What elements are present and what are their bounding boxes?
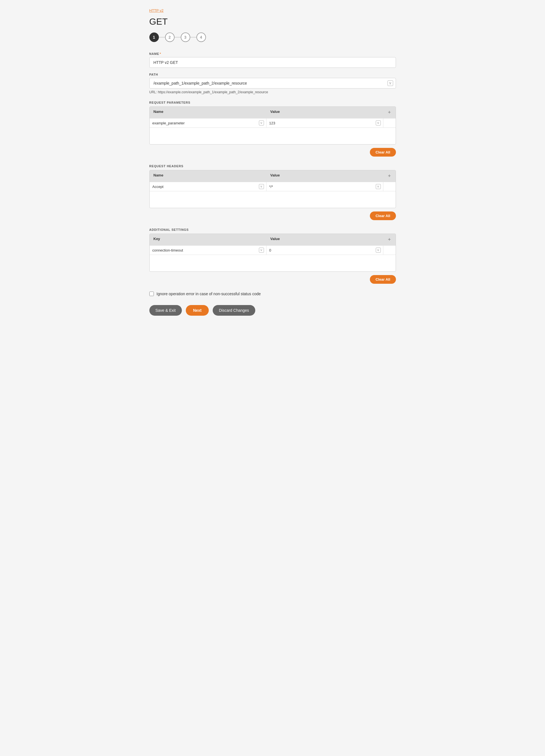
as-clear-all-wrapper: Clear All: [149, 275, 396, 284]
rh-name-header: Name: [150, 170, 266, 182]
request-parameters-header: Name Value +: [150, 107, 396, 118]
as-value-cell: V: [266, 246, 383, 255]
rp-clear-all-button[interactable]: Clear All: [370, 148, 396, 157]
breadcrumb[interactable]: HTTP v2: [149, 8, 396, 13]
rh-value-input[interactable]: [269, 185, 380, 189]
rp-name-v-icon[interactable]: V: [259, 120, 264, 125]
rp-clear-all-wrapper: Clear All: [149, 148, 396, 157]
request-parameters-label: REQUEST PARAMETERS: [149, 101, 396, 104]
rp-name-cell: V: [150, 118, 266, 127]
step-connector-2: [174, 37, 181, 38]
name-input[interactable]: [149, 57, 396, 68]
rh-clear-all-wrapper: Clear All: [149, 211, 396, 220]
ignore-error-checkbox[interactable]: [149, 292, 154, 296]
path-v-icon[interactable]: V: [388, 80, 393, 86]
rh-add-button[interactable]: +: [383, 170, 396, 182]
rh-name-cell: V: [150, 182, 266, 191]
request-headers-table: Name Value + V V: [149, 170, 396, 208]
step-2[interactable]: 2: [165, 32, 174, 42]
rh-value-header: Value: [266, 170, 383, 182]
table-row: V V: [150, 118, 396, 127]
rh-clear-all-button[interactable]: Clear All: [370, 211, 396, 220]
additional-settings-header: Key Value +: [150, 234, 396, 245]
step-4[interactable]: 4: [196, 32, 206, 42]
ignore-error-row: Ignore operation error in case of non-su…: [149, 292, 396, 296]
step-3[interactable]: 3: [181, 32, 190, 42]
footer-actions: Save & Exit Next Discard Changes: [149, 305, 396, 316]
additional-settings-table: Key Value + V V: [149, 234, 396, 272]
save-exit-button[interactable]: Save & Exit: [149, 305, 182, 316]
rp-name-header: Name: [150, 107, 266, 118]
name-label: NAME*: [149, 52, 396, 55]
additional-settings-label: ADDITIONAL SETTINGS: [149, 228, 396, 231]
rp-row-action: [383, 118, 396, 127]
ignore-error-label: Ignore operation error in case of non-su…: [157, 292, 261, 296]
table-row: V V: [150, 182, 396, 191]
rp-value-v-icon[interactable]: V: [376, 120, 381, 125]
rh-name-input[interactable]: [152, 185, 263, 189]
as-add-button[interactable]: +: [383, 234, 396, 245]
required-star: *: [160, 52, 161, 55]
request-headers-header: Name Value +: [150, 170, 396, 182]
path-wrapper: V: [149, 78, 396, 89]
path-input[interactable]: [149, 78, 396, 89]
rh-value-cell: V: [266, 182, 383, 191]
as-key-header: Key: [150, 234, 266, 245]
rp-empty-row: [150, 127, 396, 144]
path-label: PATH: [149, 73, 396, 76]
rh-value-v-icon[interactable]: V: [376, 184, 381, 189]
rp-add-button[interactable]: +: [383, 107, 396, 118]
as-key-input[interactable]: [152, 248, 263, 252]
step-1[interactable]: 1: [149, 32, 159, 42]
rp-value-input[interactable]: [269, 121, 380, 125]
rh-empty-row: [150, 191, 396, 208]
next-button[interactable]: Next: [186, 305, 209, 316]
rp-name-input[interactable]: [152, 121, 263, 125]
rp-value-cell: V: [266, 118, 383, 127]
rh-row-action: [383, 182, 396, 191]
stepper: 1 2 3 4: [149, 32, 396, 42]
step-connector-1: [159, 37, 165, 38]
as-key-cell: V: [150, 246, 266, 255]
discard-changes-button[interactable]: Discard Changes: [213, 305, 255, 316]
as-empty-row: [150, 255, 396, 271]
step-connector-3: [190, 37, 196, 38]
page-title: GET: [149, 17, 396, 27]
table-row: V V: [150, 245, 396, 255]
request-headers-label: REQUEST HEADERS: [149, 164, 396, 168]
as-value-input[interactable]: [269, 248, 380, 252]
as-key-v-icon[interactable]: V: [259, 248, 264, 253]
request-parameters-table: Name Value + V V: [149, 106, 396, 145]
as-value-header: Value: [266, 234, 383, 245]
as-value-v-icon[interactable]: V: [376, 248, 381, 253]
url-preview: URL: https://example.com/example_path_1/…: [149, 90, 396, 94]
rp-value-header: Value: [266, 107, 383, 118]
as-row-action: [383, 246, 396, 255]
as-clear-all-button[interactable]: Clear All: [370, 275, 396, 284]
rh-name-v-icon[interactable]: V: [259, 184, 264, 189]
